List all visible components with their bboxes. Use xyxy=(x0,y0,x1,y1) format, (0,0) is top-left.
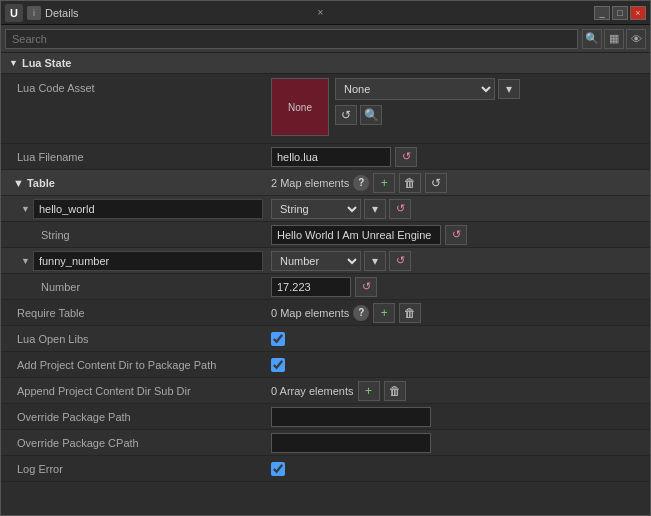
lua-code-asset-label: Lua Code Asset xyxy=(1,78,271,94)
section-collapse-icon: ▼ xyxy=(9,58,18,68)
hello-world-type-arrow[interactable]: ▾ xyxy=(364,199,386,219)
search-icon-button[interactable]: 🔍 xyxy=(582,29,602,49)
require-table-row: Require Table 0 Map elements ? + 🗑 xyxy=(1,300,650,326)
lua-filename-value: ↺ xyxy=(271,147,650,167)
grid-view-button[interactable]: ▦ xyxy=(604,29,624,49)
lua-open-libs-label: Lua Open Libs xyxy=(1,333,271,345)
reset-asset-button[interactable]: ↺ xyxy=(335,105,357,125)
panel-title: Details xyxy=(45,7,312,19)
lua-code-asset-value: None None ▾ ↺ 🔍 xyxy=(271,78,650,136)
hello-world-collapse-icon: ▼ xyxy=(21,204,30,214)
search-bar: 🔍 ▦ 👁 xyxy=(1,25,650,53)
require-table-label: Require Table xyxy=(1,307,271,319)
table-header-value: 2 Map elements ? + 🗑 ↺ xyxy=(271,173,650,193)
funny-number-value-area: ↺ xyxy=(271,277,650,297)
lua-state-section-header[interactable]: ▼ Lua State xyxy=(1,53,650,74)
table-element-count: 2 Map elements xyxy=(271,177,349,189)
override-package-path-label: Override Package Path xyxy=(1,411,271,423)
table-reset-button[interactable]: ↺ xyxy=(425,173,447,193)
funny-number-type-dropdown[interactable]: Number xyxy=(271,251,361,271)
funny-number-input[interactable] xyxy=(271,277,351,297)
asset-dropdown[interactable]: None xyxy=(335,78,495,100)
lua-filename-input[interactable] xyxy=(271,147,391,167)
override-package-cpath-value xyxy=(271,433,650,453)
append-delete-button[interactable]: 🗑 xyxy=(384,381,406,401)
table-label: Table xyxy=(27,177,55,189)
funny-number-type-arrow[interactable]: ▾ xyxy=(364,251,386,271)
lua-filename-row: Lua Filename ↺ xyxy=(1,144,650,170)
window-controls: _ □ × xyxy=(594,6,646,20)
close-button[interactable]: × xyxy=(630,6,646,20)
add-project-content-dir-value xyxy=(271,358,650,372)
require-table-count: 0 Map elements xyxy=(271,307,349,319)
require-table-add-button[interactable]: + xyxy=(373,303,395,323)
append-add-button[interactable]: + xyxy=(358,381,380,401)
log-error-value xyxy=(271,462,650,476)
eye-icon-button[interactable]: 👁 xyxy=(626,29,646,49)
append-project-content-dir-label: Append Project Content Dir Sub Dir xyxy=(1,385,271,397)
require-table-help-icon[interactable]: ? xyxy=(353,305,369,321)
table-header-row: ▼ Table 2 Map elements ? + 🗑 ↺ xyxy=(1,170,650,196)
maximize-button[interactable]: □ xyxy=(612,6,628,20)
append-project-content-dir-row: Append Project Content Dir Sub Dir 0 Arr… xyxy=(1,378,650,404)
append-project-content-dir-value: 0 Array elements + 🗑 xyxy=(271,381,650,401)
funny-number-val-reset[interactable]: ↺ xyxy=(355,277,377,297)
override-package-cpath-row: Override Package CPath xyxy=(1,430,650,456)
override-package-cpath-label: Override Package CPath xyxy=(1,437,271,449)
add-project-content-dir-label: Add Project Content Dir to Package Path xyxy=(1,359,271,371)
title-bar: U i Details × _ □ × xyxy=(1,1,650,25)
search-input[interactable] xyxy=(5,29,578,49)
lua-open-libs-value xyxy=(271,332,650,346)
override-package-path-row: Override Package Path xyxy=(1,404,650,430)
override-package-path-value xyxy=(271,407,650,427)
funny-number-collapse-icon: ▼ xyxy=(21,256,30,266)
main-window: U i Details × _ □ × 🔍 ▦ 👁 ▼ Lua State Lu… xyxy=(0,0,651,516)
funny-number-key-input[interactable] xyxy=(33,251,263,271)
hello-world-value-row: String ↺ xyxy=(1,222,650,248)
funny-number-type-area: Number ▾ ↺ xyxy=(271,251,650,271)
hello-world-type-area: String ▾ ↺ xyxy=(271,199,650,219)
table-help-icon[interactable]: ? xyxy=(353,175,369,191)
table-header-label[interactable]: ▼ Table xyxy=(1,177,271,189)
minimize-button[interactable]: _ xyxy=(594,6,610,20)
funny-number-value-row: Number ↺ xyxy=(1,274,650,300)
asset-action-buttons: ↺ 🔍 xyxy=(335,105,520,125)
search-asset-button[interactable]: 🔍 xyxy=(360,105,382,125)
dropdown-arrow-button[interactable]: ▾ xyxy=(498,79,520,99)
details-content: ▼ Lua State Lua Code Asset None None ▾ xyxy=(1,53,650,515)
funny-number-reset-button[interactable]: ↺ xyxy=(389,251,411,271)
asset-thumbnail[interactable]: None xyxy=(271,78,329,136)
asset-controls: None ▾ ↺ 🔍 xyxy=(335,78,520,125)
lua-filename-label: Lua Filename xyxy=(1,151,271,163)
hello-world-key-input[interactable] xyxy=(33,199,263,219)
funny-number-label-area: ▼ xyxy=(1,251,271,271)
tab-close-button[interactable]: × xyxy=(314,6,328,20)
hello-world-label-area: ▼ xyxy=(1,199,271,219)
log-error-row: Log Error xyxy=(1,456,650,482)
hello-world-key-row: ▼ String ▾ ↺ xyxy=(1,196,650,222)
app-logo: U xyxy=(5,4,23,22)
log-error-checkbox[interactable] xyxy=(271,462,285,476)
section-title: Lua State xyxy=(22,57,72,69)
table-collapse-icon: ▼ xyxy=(13,177,24,189)
table-delete-button[interactable]: 🗑 xyxy=(399,173,421,193)
override-package-cpath-input[interactable] xyxy=(271,433,431,453)
hello-world-type-dropdown[interactable]: String xyxy=(271,199,361,219)
add-project-content-dir-row: Add Project Content Dir to Package Path xyxy=(1,352,650,378)
lua-open-libs-checkbox[interactable] xyxy=(271,332,285,346)
hello-world-reset-button[interactable]: ↺ xyxy=(389,199,411,219)
string-label: String xyxy=(1,229,271,241)
log-error-label: Log Error xyxy=(1,463,271,475)
add-project-content-dir-checkbox[interactable] xyxy=(271,358,285,372)
override-package-path-input[interactable] xyxy=(271,407,431,427)
panel-icon: i xyxy=(27,6,41,20)
funny-number-key-row: ▼ Number ▾ ↺ xyxy=(1,248,650,274)
hello-world-string-input[interactable] xyxy=(271,225,441,245)
require-table-delete-button[interactable]: 🗑 xyxy=(399,303,421,323)
lua-filename-reset-button[interactable]: ↺ xyxy=(395,147,417,167)
thumbnail-label: None xyxy=(288,102,312,113)
lua-code-asset-row: Lua Code Asset None None ▾ ↺ 🔍 xyxy=(1,74,650,144)
append-element-count: 0 Array elements xyxy=(271,385,354,397)
hello-world-string-reset[interactable]: ↺ xyxy=(445,225,467,245)
table-add-button[interactable]: + xyxy=(373,173,395,193)
